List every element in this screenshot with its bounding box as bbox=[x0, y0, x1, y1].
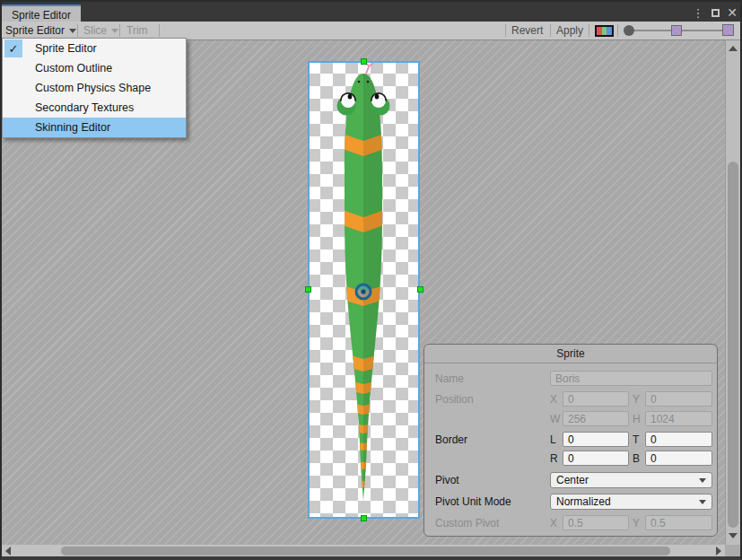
chevron-down-icon bbox=[699, 500, 706, 504]
horizontal-scrollbar[interactable] bbox=[2, 545, 725, 557]
menu-item-custom-outline[interactable]: Custom Outline bbox=[3, 58, 186, 78]
maximize-icon[interactable] bbox=[708, 4, 722, 21]
selection-handle-right[interactable] bbox=[417, 286, 423, 293]
trim-button[interactable]: Trim bbox=[127, 22, 148, 39]
pivot-unit-mode-label: Pivot Unit Mode bbox=[435, 495, 511, 508]
menu-item-sprite-editor[interactable]: ✓ Sprite Editor bbox=[3, 39, 186, 58]
pivot-label: Pivot bbox=[435, 474, 459, 486]
revert-button[interactable]: Revert bbox=[511, 22, 543, 39]
scrollbar-corner bbox=[725, 545, 740, 557]
menu-item-skinning-editor[interactable]: Skinning Editor bbox=[3, 118, 186, 137]
scroll-right-arrow-icon[interactable] bbox=[716, 547, 721, 556]
pivot-dropdown[interactable]: Center bbox=[550, 472, 712, 488]
close-icon[interactable]: ✕ bbox=[725, 4, 739, 21]
menu-item-secondary-textures[interactable]: Secondary Textures bbox=[3, 98, 186, 118]
sprite-selection-rect[interactable] bbox=[308, 61, 420, 519]
border-r-field[interactable] bbox=[563, 451, 629, 466]
selection-handle-bottom[interactable] bbox=[361, 515, 367, 521]
slice-button[interactable]: Slice bbox=[83, 22, 118, 39]
scroll-down-arrow-icon[interactable] bbox=[729, 533, 738, 538]
sprite-editor-window: Sprite Editor ⋮ ✕ Sprite Editor Slice Tr… bbox=[0, 0, 742, 560]
border-label: Border bbox=[435, 433, 467, 446]
sprite-inspector-panel: Sprite Name Position X Y W H Border L T … bbox=[423, 344, 718, 537]
apply-button[interactable]: Apply bbox=[556, 22, 583, 39]
sprite-editor-mode-menu: ✓ Sprite Editor Custom Outline Custom Ph… bbox=[2, 38, 187, 138]
mip-level-large-icon bbox=[722, 24, 734, 36]
vertical-scrollbar-thumb[interactable] bbox=[728, 162, 738, 528]
pivot-unit-mode-dropdown[interactable]: Normalized bbox=[550, 494, 712, 510]
panel-title: Sprite bbox=[424, 345, 717, 363]
custom-pivot-label: Custom Pivot bbox=[435, 517, 499, 529]
custom-pivot-x-field bbox=[563, 515, 629, 530]
menu-item-custom-physics-shape[interactable]: Custom Physics Shape bbox=[3, 78, 186, 98]
chevron-down-icon bbox=[69, 29, 76, 33]
title-bar: Sprite Editor ⋮ ✕ bbox=[0, 0, 742, 22]
zoom-slider-knob[interactable] bbox=[624, 25, 634, 36]
tab-title: Sprite Editor bbox=[12, 9, 71, 22]
border-l-field[interactable] bbox=[563, 432, 629, 447]
sprite-editor-mode-dropdown[interactable]: Sprite Editor bbox=[5, 22, 76, 39]
color-channels-icon[interactable] bbox=[595, 25, 614, 37]
chevron-down-icon bbox=[111, 29, 118, 33]
height-field bbox=[645, 411, 712, 426]
checkmark-icon: ✓ bbox=[4, 39, 22, 57]
border-b-field[interactable] bbox=[645, 451, 712, 466]
name-label: Name bbox=[435, 372, 464, 385]
position-label: Position bbox=[435, 393, 474, 406]
border-t-field[interactable] bbox=[645, 432, 712, 447]
name-field bbox=[550, 371, 712, 386]
position-x-field bbox=[563, 391, 629, 407]
chevron-down-icon bbox=[699, 478, 706, 483]
position-y-field bbox=[645, 391, 712, 407]
mip-level-small-icon bbox=[671, 25, 682, 36]
selection-handle-top[interactable] bbox=[361, 58, 367, 65]
scroll-left-arrow-icon[interactable] bbox=[5, 547, 11, 556]
width-field bbox=[563, 411, 629, 426]
scroll-up-arrow-icon[interactable] bbox=[729, 46, 738, 51]
custom-pivot-y-field bbox=[645, 515, 712, 530]
tab-sprite-editor[interactable]: Sprite Editor bbox=[2, 4, 81, 23]
vertical-scrollbar[interactable] bbox=[725, 40, 740, 545]
horizontal-scrollbar-thumb[interactable] bbox=[61, 547, 670, 556]
selection-handle-left[interactable] bbox=[305, 286, 311, 293]
window-menu-icon[interactable]: ⋮ bbox=[691, 4, 705, 21]
